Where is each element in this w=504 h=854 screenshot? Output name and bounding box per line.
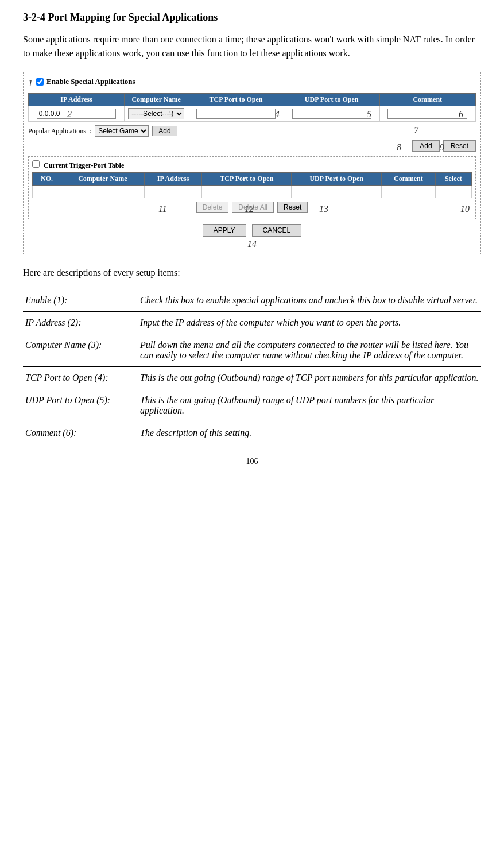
trig-col-udp: UDP Port to Open [292,173,382,186]
desc-text: The description of this setting. [138,422,481,445]
popular-label: Popular Applications [28,127,86,136]
cancel-button[interactable]: CANCEL [252,224,302,237]
callout-5: 5 [367,109,371,119]
col-comment: Comment [379,94,475,106]
desc-intro: Here are descriptions of every setup ite… [23,266,481,280]
trig-col-no: NO. [33,173,61,186]
callout-7: 7 [414,125,418,136]
desc-table: Enable (1): Check this box to enable spe… [23,289,481,444]
add-button[interactable]: Add [152,126,177,136]
desc-label: IP Address (2): [23,312,138,334]
desc-row: Comment (6): The description of this set… [23,422,481,445]
page-number: 106 [23,455,481,467]
enable-checkbox[interactable] [36,78,44,86]
desc-row: TCP Port to Open (4): This is the out go… [23,367,481,389]
desc-label: Enable (1): [23,289,138,312]
intro-text: Some applications require more than one … [23,33,481,60]
desc-text: Input the IP address of the computer whi… [138,312,481,334]
trigger-title-row: Current Trigger-Port Table [32,160,472,170]
callout-4: 4 [275,109,280,119]
desc-row: Computer Name (3): Pull down the menu an… [23,334,481,367]
delete-button[interactable]: Delete [196,202,229,213]
add-button2[interactable]: Add [412,140,439,152]
tcp-port-input[interactable] [196,109,276,119]
callout-9: 9 [440,142,444,153]
callout-1: 1 [28,78,33,88]
ip-input[interactable] [37,109,117,119]
callout-11: 11 [158,204,167,214]
table-row [33,186,472,198]
enable-label: Enable Special Applications [46,77,135,86]
callout-10: 10 [460,204,470,214]
comment-input[interactable] [387,109,467,119]
col-udp: UDP Port to Open [284,94,379,106]
desc-row: Enable (1): Check this box to enable spe… [23,289,481,312]
apply-cancel-row: APPLY CANCEL [28,224,476,237]
col-computer: Computer Name [125,94,188,106]
desc-label: TCP Port to Open (4): [23,367,138,389]
computer-name-select[interactable]: -----Select----- [128,108,184,119]
callout-13: 13 [319,204,328,214]
callout-8: 8 [397,142,401,153]
callout-6: 6 [459,109,463,119]
desc-label: Computer Name (3): [23,334,138,367]
desc-label: Comment (6): [23,422,138,445]
udp-port-input[interactable] [292,109,371,119]
desc-text: This is the out going (Outbound) range o… [138,389,481,422]
add-reset-row: Add Reset [28,140,476,152]
callout-3: 3 [169,109,173,119]
callout-12: 12 [245,204,254,214]
trig-col-comment: Comment [382,173,436,186]
page-title: 3-2-4 Port Mapping for Special Applicati… [23,11,481,24]
select-game-dropdown[interactable]: Select Game [95,125,149,137]
trig-col-ip: IP Address [144,173,202,186]
reset-button[interactable]: Reset [443,140,476,152]
config-panel: 1 Enable Special Applications IP Address… [23,72,481,254]
callout-14: 14 [28,239,476,249]
col-ip: IP Address [29,94,125,106]
trig-col-name: Computer Name [61,173,144,186]
apply-button[interactable]: APPLY [203,224,246,237]
desc-text: This is the out going (Outbound) range o… [138,367,481,389]
col-tcp: TCP Port to Open [188,94,284,106]
trigger-panel: Current Trigger-Port Table NO. Computer … [28,156,476,219]
enable-row: Enable Special Applications [36,77,135,86]
trigger-table: NO. Computer Name IP Address TCP Port to… [32,172,472,198]
desc-text: Pull down the menu and all the computers… [138,334,481,367]
trigger-checkbox[interactable] [32,160,40,168]
popular-row: Popular Applications : Select Game Add [28,125,476,137]
desc-label: UDP Port to Open (5): [23,389,138,422]
trigger-title-label: Current Trigger-Port Table [44,161,124,169]
desc-row: IP Address (2): Input the IP address of … [23,312,481,334]
trig-col-tcp: TCP Port to Open [202,173,292,186]
callout-2: 2 [67,109,72,119]
input-table: IP Address Computer Name TCP Port to Ope… [28,93,476,122]
trig-col-select: Select [435,173,471,186]
desc-text: Check this box to enable special applica… [138,289,481,312]
reset-button2[interactable]: Reset [277,202,308,213]
desc-row: UDP Port to Open (5): This is the out go… [23,389,481,422]
